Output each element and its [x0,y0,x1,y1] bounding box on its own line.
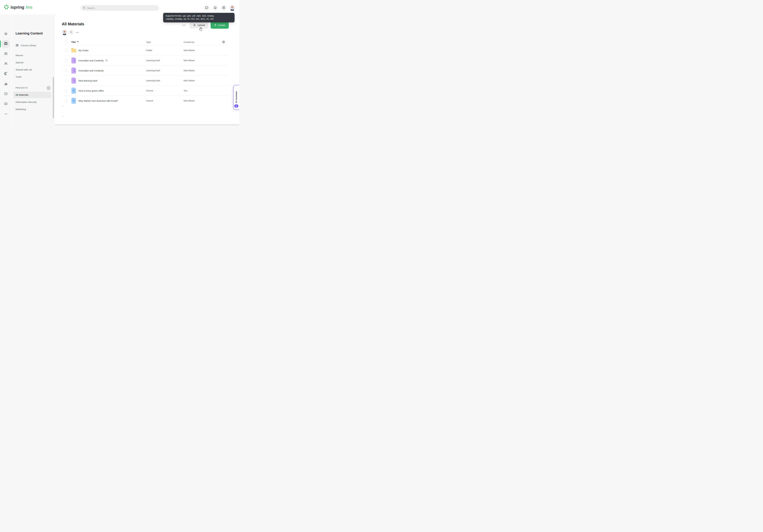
material-type: Learning track [146,75,160,86]
material-title-text: My Folder [78,49,89,52]
global-search[interactable] [80,5,159,11]
loading-row-stub [62,116,64,117]
table-row[interactable]: My Folder Folder Nick Moore [62,45,229,55]
sidebar-item-label: Shared with me [16,68,32,71]
sidebar-project-information-security[interactable]: Information Security [12,99,52,105]
row-checkbox[interactable] [65,49,67,52]
owner-more-button[interactable] [75,31,80,34]
material-title-text: Innovation and Creativity [78,59,104,62]
material-created-by: Nick Moore [183,55,195,65]
messages-button[interactable] [204,5,209,11]
owner-avatar[interactable] [62,30,67,35]
rail-item-people[interactable] [0,60,12,68]
sidebar-scrollbar[interactable] [53,77,54,118]
page-more-button[interactable] [181,24,186,26]
material-created-by: Nick Moore [183,45,195,55]
column-header-created-by[interactable]: Created by [183,41,194,43]
sidebar-item-course-library[interactable]: Course Library [12,42,52,49]
material-type: Course [146,96,153,106]
sidebar-item-shared-with-me[interactable]: Shared with me [12,66,52,73]
learning-track-icon [71,77,76,84]
table-header-row: Title Type Created by [62,39,229,45]
gear-icon [222,42,225,44]
sidebar-item-starred[interactable]: Starred [12,59,52,66]
search-input[interactable] [87,7,157,9]
rail-item-learning-content[interactable] [0,40,12,48]
upload-button[interactable]: Upload [190,22,208,29]
sidebar-item-trash[interactable]: Trash [12,74,52,80]
search-icon [83,6,86,10]
material-title[interactable]: Innovation and Creativity [78,55,108,65]
select-all-checkbox[interactable] [65,41,67,44]
material-title[interactable]: How to brew great coffee [78,86,104,96]
table-settings-button[interactable] [222,40,225,45]
row-checkbox[interactable] [65,59,67,62]
projects-section-label: PROJECTS [16,87,28,89]
apps-button[interactable] [221,5,227,11]
app-logo[interactable]: ispringlms [4,4,32,10]
material-title[interactable]: Innovation and Creativity [78,65,104,75]
table-row[interactable]: New learning track Learning track Nick M… [62,75,229,86]
rail-item-catalog-info[interactable] [0,90,12,98]
user-avatar[interactable] [229,5,235,11]
library-book-icon [4,42,8,46]
create-button[interactable]: Create [211,22,229,29]
horizontal-scrollbar[interactable] [55,125,239,125]
notifications-button[interactable] [212,5,218,11]
row-checkbox[interactable] [65,89,67,92]
material-created-by: Nick Moore [183,65,195,75]
upload-icon [193,24,196,27]
sidebar-title: Learning Content [16,32,43,36]
row-checkbox[interactable] [65,99,67,102]
row-checkbox[interactable] [65,69,67,72]
people-icon [4,62,8,66]
column-label: Title [71,41,76,43]
info-card-icon [4,92,8,96]
sidebar-item-label: Recent [16,54,23,57]
add-project-button[interactable] [47,86,51,90]
upload-formats-tooltip: Supported formats: .ppt, .pptx, .pdf, .m… [163,13,235,23]
folder-icon [71,49,76,53]
logo-brand-text: ispring [11,5,24,10]
rail-item-home[interactable] [0,30,12,38]
table-row[interactable]: Why Market Your Business with Email? Cou… [62,96,229,106]
material-type: Folder [146,45,152,55]
course-library-icon [16,44,19,48]
material-title[interactable]: Why Market Your Business with Email? [78,96,118,106]
home-icon [4,32,8,36]
material-title-text: New learning track [78,79,97,82]
rail-item-more[interactable] [0,110,12,118]
rail-item-reports[interactable] [0,80,12,88]
bell-icon [213,6,217,10]
material-type: Course [146,86,153,96]
add-member-button[interactable] [68,30,74,35]
table-row[interactable]: How to brew great coffee Course You [62,86,229,96]
tooltip-line-2: .isqmpkg, .issmpkg, .zip, .flv, .mov, .d… [165,18,214,20]
journey-icon [4,72,8,76]
table-row[interactable]: Innovation and Creativity Learning track… [62,65,229,75]
plus-circle-icon [47,88,51,90]
upload-button-label: Upload [197,24,205,27]
column-header-title[interactable]: Title [71,41,79,43]
ai-assistant-tab[interactable]: AI Assistant [233,85,239,110]
sidebar-project-marketing[interactable]: Marketing [12,106,52,112]
ai-sparkle-icon [234,104,238,108]
sidebar-item-recent[interactable]: Recent [12,52,52,58]
sidebar-project-all-materials[interactable]: All Materials [13,92,51,98]
row-checkbox[interactable] [65,79,67,82]
rail-item-help[interactable]: ? [0,100,12,108]
plus-icon [214,24,217,27]
material-title[interactable]: New learning track [78,75,97,86]
sort-ascending-icon [77,41,79,43]
material-created-by: You [183,86,187,96]
main-content: All Materials [55,15,239,125]
rail-item-journeys[interactable] [0,70,12,78]
material-title[interactable]: My Folder [78,45,89,55]
column-header-type[interactable]: Type [146,41,151,43]
calendar-icon [4,52,8,56]
help-chat-icon: ? [4,102,8,106]
logo-product-text: lms [26,5,32,10]
table-row[interactable]: Innovation and Creativity Learning track… [62,55,229,65]
rail-item-calendar[interactable] [0,50,12,58]
top-bar: ispringlms [0,0,239,15]
